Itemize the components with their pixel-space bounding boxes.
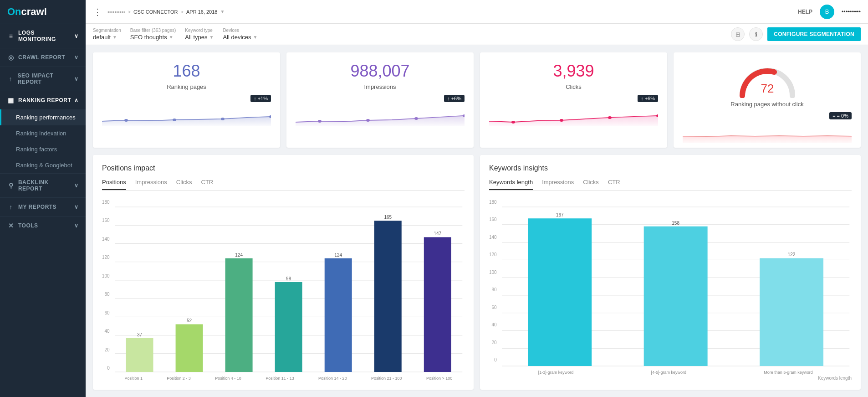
impressions-trend: ↑ +6% xyxy=(444,95,465,102)
devices-filter: Devices All devices ▼ xyxy=(223,28,257,41)
pdf-export-button[interactable]: ⊞ xyxy=(731,27,745,41)
breadcrumb-site[interactable]: •••••••••• xyxy=(107,9,125,15)
sidebar-item-myreports[interactable]: ↑ MY REPORTS ∨ xyxy=(0,197,86,216)
sidebar-item-tools[interactable]: ✕ TOOLS ∨ xyxy=(0,216,86,235)
logs-icon: ≡ xyxy=(7,32,15,40)
tab-kw-clicks[interactable]: Clicks xyxy=(583,179,599,190)
tab-ctr[interactable]: CTR xyxy=(201,179,214,190)
svg-rect-27 xyxy=(225,258,252,372)
svg-rect-49 xyxy=(643,227,707,366)
sidebar-item-label: CRAWL REPORT xyxy=(18,54,65,61)
keyword-type-select[interactable]: All types ▼ xyxy=(185,34,214,41)
keywords-chart-inner: 167158122 [1-3]-gram keyword [4-5]-gram … xyxy=(500,198,852,381)
sidebar: Oncrawl ≡ LOGS MONITORING ∨ ◎ CRAWL REPO… xyxy=(0,0,86,397)
kw-x-axis-labels: [1-3]-gram keyword [4-5]-gram keyword Mo… xyxy=(500,370,852,375)
base-filter-label: Base filter (363 pages) xyxy=(130,28,176,33)
breadcrumb-connector[interactable]: GSC CONNECTOR xyxy=(133,9,178,15)
logo: Oncrawl xyxy=(7,6,47,18)
x-axis-labels: Position 1 Position 2 - 3 Position 4 - 1… xyxy=(112,376,465,381)
username: •••••••••• xyxy=(842,9,861,15)
base-filter-value: SEO thoughts xyxy=(130,34,167,41)
keyword-type-value: All types xyxy=(185,34,207,41)
sidebar-item-label: BACKLINK REPORT xyxy=(18,179,74,192)
tools-icon: ✕ xyxy=(7,222,15,229)
svg-point-1 xyxy=(173,119,176,121)
sidebar-item-ranking[interactable]: ▦ RANKING REPORT ∧ xyxy=(0,91,86,109)
myreports-icon: ↑ xyxy=(7,203,15,211)
chevron-icon: ∨ xyxy=(74,204,79,210)
segmentation-label: Segmentation xyxy=(93,28,121,33)
sidebar-item-label: SEO IMPACT REPORT xyxy=(18,72,74,85)
help-button[interactable]: HELP xyxy=(798,9,812,15)
chevron-icon: ∧ xyxy=(74,97,79,103)
tab-keywords-length[interactable]: Keywords length xyxy=(489,179,533,190)
tab-kw-impressions[interactable]: Impressions xyxy=(542,179,574,190)
clicks-value: 3,939 xyxy=(553,62,594,81)
base-filter-arrow-icon: ▼ xyxy=(169,35,174,40)
menu-dots-icon[interactable]: ⋮ xyxy=(93,6,102,17)
sidebar-item-label: LOGS MONITORING xyxy=(18,30,74,42)
info-button[interactable]: ℹ xyxy=(749,27,763,41)
tab-impressions[interactable]: Impressions xyxy=(135,179,167,190)
breadcrumb-arrow2: > xyxy=(181,9,184,15)
breadcrumb-date-dropdown[interactable]: ▼ xyxy=(220,9,225,14)
crawl-icon: ◎ xyxy=(7,54,15,61)
ranking-icon: ▦ xyxy=(7,97,15,104)
clicks-label: Clicks xyxy=(566,83,582,90)
stat-cards-row: 168 Ranking pages ↑ +1% xyxy=(93,52,861,148)
tab-positions[interactable]: Positions xyxy=(102,179,126,190)
devices-label: Devices xyxy=(223,28,257,33)
positions-impact-title: Positions impact xyxy=(102,164,465,172)
sidebar-item-label: RANKING REPORT xyxy=(18,97,71,103)
kw-y-axis-labels: 180 160 140 120 100 80 60 40 20 0 xyxy=(489,198,500,381)
y-axis-labels: 180 160 140 120 100 80 60 40 20 0 xyxy=(102,198,112,381)
topbar-right: HELP B •••••••••• xyxy=(798,5,861,19)
svg-text:124: 124 xyxy=(235,253,243,258)
stat-card-impressions: 988,007 Impressions ↑ +6% xyxy=(286,52,474,148)
svg-text:124: 124 xyxy=(334,253,342,258)
svg-point-6 xyxy=(414,117,418,120)
ranking-pages-trend: ↑ +1% xyxy=(250,95,271,102)
svg-rect-51 xyxy=(760,258,823,366)
base-filter-group: Base filter (363 pages) SEO thoughts ▼ xyxy=(130,28,176,41)
logo-crawl: crawl xyxy=(21,6,47,17)
svg-point-8 xyxy=(511,121,515,124)
configure-segmentation-button[interactable]: CONFIGURE SEGMENTATION xyxy=(767,27,861,41)
sidebar-sub-ranking-indexation[interactable]: Ranking indexation xyxy=(0,125,86,141)
svg-point-10 xyxy=(608,116,612,119)
svg-text:147: 147 xyxy=(434,231,441,236)
no-click-label: Ranking pages without click xyxy=(730,101,803,108)
chevron-icon: ∨ xyxy=(74,54,79,61)
svg-text:98: 98 xyxy=(286,276,291,281)
keyword-type-label: Keyword type xyxy=(185,28,214,33)
sidebar-sub-ranking-factors[interactable]: Ranking factors xyxy=(0,141,86,157)
keyword-type-filter: Keyword type All types ▼ xyxy=(185,28,214,41)
sidebar-item-seo[interactable]: ↑ SEO IMPACT REPORT ∨ xyxy=(0,67,86,91)
sidebar-item-crawl[interactable]: ◎ CRAWL REPORT ∨ xyxy=(0,48,86,67)
segmentation-arrow-icon: ▼ xyxy=(112,35,117,40)
keyword-type-arrow-icon: ▼ xyxy=(209,35,214,40)
chevron-icon: ∨ xyxy=(74,182,79,189)
svg-point-2 xyxy=(221,118,225,120)
segmentation-filter: Segmentation default ▼ xyxy=(93,28,121,41)
backlink-icon: ⚲ xyxy=(7,182,15,189)
chevron-icon: ∨ xyxy=(74,222,79,229)
devices-select[interactable]: All devices ▼ xyxy=(223,34,257,41)
svg-text:37: 37 xyxy=(137,332,143,337)
gauge-chart: 72 xyxy=(735,62,799,98)
sidebar-sub-ranking-performances[interactable]: Ranking performances xyxy=(0,109,86,125)
chevron-icon: ∨ xyxy=(74,76,79,82)
svg-rect-47 xyxy=(528,218,592,366)
sidebar-item-backlink[interactable]: ⚲ BACKLINK REPORT ∨ xyxy=(0,173,86,197)
filter-bar-right: ⊞ ℹ CONFIGURE SEGMENTATION xyxy=(731,27,861,41)
breadcrumb-date[interactable]: APR 16, 2018 xyxy=(186,9,218,15)
tab-clicks[interactable]: Clicks xyxy=(176,179,192,190)
sidebar-sub-ranking-googlebot[interactable]: Ranking & Googlebot xyxy=(0,157,86,173)
segmentation-select[interactable]: default ▼ xyxy=(93,34,121,41)
sidebar-item-logs[interactable]: ≡ LOGS MONITORING ∨ xyxy=(0,24,86,48)
topbar: ⋮ •••••••••• > GSC CONNECTOR > APR 16, 2… xyxy=(86,0,868,24)
tab-kw-ctr[interactable]: CTR xyxy=(608,179,620,190)
main-area: ⋮ •••••••••• > GSC CONNECTOR > APR 16, 2… xyxy=(86,0,868,397)
base-filter-select[interactable]: SEO thoughts ▼ xyxy=(130,34,176,41)
svg-text:158: 158 xyxy=(672,221,679,226)
